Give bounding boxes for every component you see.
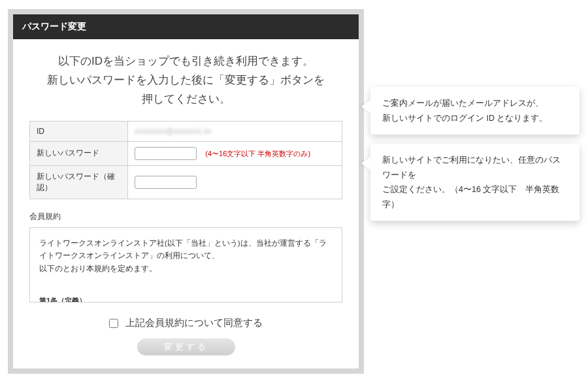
form-table: ID xxxxxxxx@xxxxxxx.xx 新しいパスワード (4〜16文字以… [29, 121, 342, 199]
password-hint: (4〜16文字以下 半角英数字のみ) [205, 150, 310, 157]
panel-header: パスワード変更 [13, 14, 359, 39]
password-change-panel: パスワード変更 以下のIDを当ショップでも引き続き利用できます。 新しいパスワー… [8, 9, 364, 374]
id-label: ID [30, 121, 128, 141]
intro-line-1: 以下のIDを当ショップでも引き続き利用できます。 [33, 52, 339, 71]
password-confirm-input[interactable] [135, 176, 197, 189]
submit-button[interactable]: 変更する [137, 338, 235, 355]
intro-text: 以下のIDを当ショップでも引き続き利用できます。 新しいパスワードを入力した後に… [13, 39, 359, 121]
terms-box[interactable]: ライトワークスオンラインストア社(以下「当社」という)は、当社が運営する「ライト… [29, 227, 342, 302]
submit-row: 変更する [13, 338, 359, 355]
terms-body-2: 以下のとおり本規約を定めます。 [39, 263, 333, 276]
password-confirm-cell [128, 165, 342, 199]
password-input[interactable] [135, 147, 197, 160]
row-id: ID xxxxxxxx@xxxxxxx.xx [30, 121, 342, 141]
password-label: 新しいパスワード [30, 141, 128, 165]
callout-password: 新しいサイトでご利用になりたい、任意のパスワードを ご設定ください。（4〜16 … [370, 144, 580, 221]
intro-line-3: 押してください。 [33, 90, 339, 109]
intro-line-2: 新しいパスワードを入力した後に「変更する」ボタンを [33, 71, 339, 90]
row-password-confirm: 新しいパスワード（確認） [30, 165, 342, 199]
callout-2-line-1: 新しいサイトでご利用になりたい、任意のパスワードを [382, 153, 568, 182]
terms-article-1: 第1条（定義） [39, 295, 333, 302]
password-cell: (4〜16文字以下 半角英数字のみ) [128, 141, 342, 165]
terms-body-1: ライトワークスオンラインストア社(以下「当社」という)は、当社が運営する「ライト… [39, 237, 333, 263]
consent-checkbox[interactable] [109, 319, 118, 328]
callout-1-line-2: 新しいサイトでのログイン ID となります。 [382, 111, 568, 126]
row-password: 新しいパスワード (4〜16文字以下 半角英数字のみ) [30, 141, 342, 165]
callout-email-id: ご案内メールが届いたメールアドレスが、 新しいサイトでのログイン ID となりま… [370, 87, 580, 135]
terms-section-title: 会員規約 [29, 211, 342, 222]
id-value-cell: xxxxxxxx@xxxxxxx.xx [128, 121, 342, 141]
panel-title: パスワード変更 [22, 21, 86, 31]
callout-1-line-1: ご案内メールが届いたメールアドレスが、 [382, 96, 568, 111]
consent-label: 上記会員規約について同意する [125, 317, 263, 328]
id-value: xxxxxxxx@xxxxxxx.xx [135, 127, 212, 136]
consent-label-wrapper[interactable]: 上記会員規約について同意する [109, 317, 262, 328]
password-confirm-label: 新しいパスワード（確認） [30, 165, 128, 199]
callout-2-line-2: ご設定ください。（4〜16 文字以下 半角英数字） [382, 182, 568, 212]
consent-row: 上記会員規約について同意する [13, 317, 359, 329]
